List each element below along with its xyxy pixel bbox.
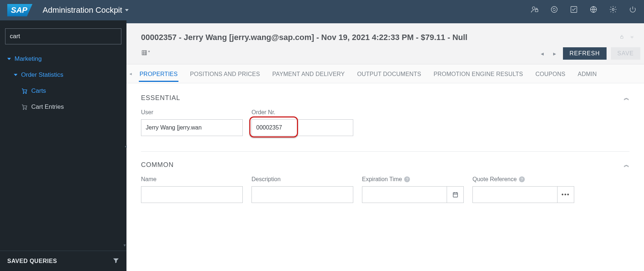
tree-label: Cart Entries — [31, 103, 64, 111]
record-title: 00002357 - Jerry Wang [jerry.wang@sap.co… — [141, 33, 467, 42]
splitter-handle-icon[interactable]: ◂ — [125, 144, 127, 149]
user-value: Jerry Wang [jerry.wan — [146, 124, 202, 131]
sync-icon[interactable] — [550, 5, 558, 15]
svg-rect-10 — [621, 36, 623, 38]
quote-reference-label: Quote Reference ? — [472, 176, 574, 183]
calendar-icon[interactable] — [447, 186, 464, 203]
svg-point-0 — [532, 7, 535, 9]
saved-queries-label: SAVED QUERIES — [7, 258, 57, 264]
svg-rect-12 — [453, 193, 458, 197]
expiration-time-text: Expiration Time — [362, 176, 402, 183]
tab-payment-and-delivery[interactable]: PAYMENT AND DELIVERY — [271, 66, 345, 82]
prev-record-button[interactable]: ◂ — [538, 49, 546, 57]
sidebar: Marketing Order Statistics Carts Cart En… — [0, 20, 126, 271]
app-title-dropdown[interactable]: Administration Cockpit — [43, 5, 129, 15]
app-title-text: Administration Cockpit — [43, 5, 122, 15]
svg-point-2 — [551, 7, 558, 13]
svg-point-5 — [612, 8, 614, 11]
quote-reference-text: Quote Reference — [472, 176, 517, 183]
tree-item-marketing[interactable]: Marketing — [0, 51, 126, 67]
value-help-icon[interactable]: ••• — [558, 186, 574, 203]
main-content: 00002357 - Jerry Wang [jerry.wang@sap.co… — [126, 20, 644, 271]
gear-icon[interactable] — [609, 5, 617, 15]
tab-coupons[interactable]: COUPONS — [535, 66, 566, 82]
properties-panel: ESSENTIAL ︽ User Jerry Wang [jerry.wan O… — [126, 83, 644, 271]
svg-point-9 — [25, 109, 26, 109]
section-common-title: COMMON — [141, 161, 174, 169]
tree-label: Marketing — [15, 55, 42, 63]
chevron-down-icon — [14, 74, 17, 76]
tab-scroll-left-icon[interactable]: ◂ — [129, 71, 132, 76]
tab-output-documents[interactable]: OUTPUT DOCUMENTS — [357, 66, 422, 82]
cart-icon — [21, 104, 28, 110]
help-icon[interactable]: ? — [519, 176, 525, 182]
modified-indicator: * — [148, 49, 150, 55]
name-field[interactable] — [141, 186, 243, 203]
svg-rect-11 — [142, 51, 146, 55]
order-nr-value: 00002357 — [256, 124, 282, 131]
expand-down-icon[interactable] — [629, 34, 635, 41]
record-header: 00002357 - Jerry Wang [jerry.wang@sap.co… — [126, 23, 644, 47]
name-label: Name — [141, 176, 243, 183]
record-toolbar: * ◂ ▸ REFRESH SAVE — [126, 47, 644, 64]
save-button: SAVE — [611, 47, 641, 60]
user-field[interactable]: Jerry Wang [jerry.wan — [141, 119, 243, 136]
tab-bar: ◂ PROPERTIES POSITIONS AND PRICES PAYMEN… — [126, 64, 644, 83]
help-icon[interactable]: ? — [404, 176, 410, 182]
tree-item-carts[interactable]: Carts — [0, 83, 126, 99]
tree-label: Carts — [31, 87, 46, 95]
globe-icon[interactable] — [589, 5, 597, 15]
expiration-time-field[interactable] — [362, 186, 447, 203]
tab-positions-and-prices[interactable]: POSITIONS AND PRICES — [189, 66, 261, 82]
splitter-handle-icon[interactable]: ▾ — [124, 243, 126, 248]
accent-bar — [126, 20, 644, 23]
power-icon[interactable] — [629, 5, 637, 15]
sap-logo: SAP — [7, 4, 32, 16]
order-nr-label: Order Nr. — [251, 109, 353, 116]
collapse-up-icon[interactable]: ︽ — [624, 161, 629, 169]
user-lock-icon[interactable] — [531, 5, 539, 15]
order-nr-field[interactable]: 00002357 — [251, 119, 353, 136]
nav-tree: Marketing Order Statistics Carts Cart En… — [0, 51, 126, 251]
topbar-left: SAP Administration Cockpit — [7, 4, 129, 16]
tree-item-cart-entries[interactable]: Cart Entries — [0, 99, 126, 115]
tab-admin[interactable]: ADMIN — [577, 66, 598, 82]
unlock-icon[interactable] — [619, 34, 624, 41]
checkbox-icon[interactable] — [570, 5, 578, 15]
cart-icon — [21, 88, 28, 94]
tab-promotion-engine-results[interactable]: PROMOTION ENGINE RESULTS — [433, 66, 524, 82]
section-essential-title: ESSENTIAL — [141, 94, 180, 102]
filter-icon[interactable] — [113, 257, 119, 265]
expiration-time-label: Expiration Time ? — [362, 176, 464, 183]
top-bar: SAP Administration Cockpit — [0, 0, 644, 20]
svg-point-7 — [25, 93, 26, 93]
search-input[interactable] — [5, 28, 121, 44]
chevron-down-icon — [7, 58, 11, 60]
description-label: Description — [251, 176, 353, 183]
collapse-up-icon[interactable]: ︽ — [624, 94, 629, 102]
tree-label: Order Statistics — [21, 71, 63, 79]
tab-properties[interactable]: PROPERTIES — [139, 66, 178, 82]
description-field[interactable] — [251, 186, 353, 203]
user-label: User — [141, 109, 243, 116]
next-record-button[interactable]: ▸ — [551, 49, 559, 57]
topbar-actions — [531, 5, 637, 15]
section-common-header[interactable]: COMMON ︽ — [141, 161, 629, 169]
section-essential-header[interactable]: ESSENTIAL ︽ — [141, 94, 629, 102]
svg-point-8 — [23, 109, 24, 109]
refresh-button[interactable]: REFRESH — [563, 47, 606, 60]
svg-rect-1 — [535, 9, 538, 12]
chevron-down-icon — [125, 9, 129, 11]
quote-reference-field[interactable] — [472, 186, 558, 203]
tree-item-order-statistics[interactable]: Order Statistics — [0, 67, 126, 83]
svg-point-6 — [23, 93, 24, 93]
saved-queries-bar[interactable]: SAVED QUERIES — [0, 251, 126, 271]
